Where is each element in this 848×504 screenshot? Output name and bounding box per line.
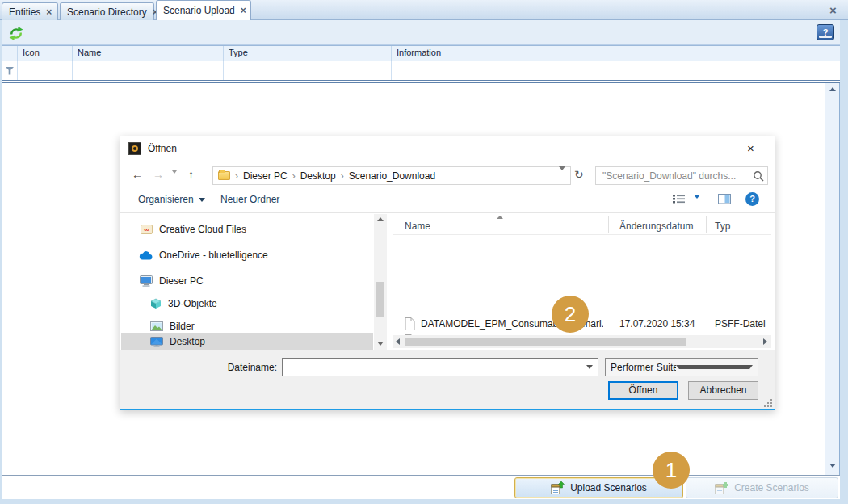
main-vertical-scrollbar[interactable] xyxy=(825,83,840,475)
scroll-up-icon[interactable] xyxy=(829,87,836,91)
filter-cell-information[interactable] xyxy=(392,61,840,80)
create-scenarios-button: Create Scenarios xyxy=(686,477,838,498)
sidebar-item-label: Desktop xyxy=(170,336,205,347)
grid-filter-row xyxy=(2,61,840,80)
dialog-title-bar[interactable]: Öffnen × xyxy=(120,136,775,161)
dialog-footer: Dateiname: Performer Suite File (*.psff)… xyxy=(120,350,775,410)
chevron-down-icon[interactable] xyxy=(586,365,593,369)
3d-cube-icon xyxy=(150,298,162,309)
sidebar-item-label: Creative Cloud Files xyxy=(159,224,246,235)
tab-label: Scenario Upload xyxy=(163,5,235,16)
tab-close-icon[interactable]: × xyxy=(46,7,52,17)
question-glyph: ? xyxy=(823,27,829,37)
nav-history-dropdown-icon[interactable] xyxy=(172,174,177,185)
address-refresh-icon[interactable]: ↻ xyxy=(574,168,584,181)
sort-ascending-icon xyxy=(497,216,503,219)
view-dropdown-icon[interactable] xyxy=(694,199,700,210)
dialog-title: Öffnen xyxy=(148,143,177,154)
tab-scenario-directory[interactable]: Scenario Directory × xyxy=(60,2,154,20)
grid-column-information[interactable]: Information xyxy=(392,46,840,61)
dialog-close-icon[interactable]: × xyxy=(747,141,754,155)
scrollbar-thumb[interactable] xyxy=(376,282,384,317)
filter-cell-icon[interactable] xyxy=(18,61,73,80)
address-dropdown-icon[interactable] xyxy=(559,170,565,182)
tab-scenario-upload[interactable]: Scenario Upload × xyxy=(156,0,251,20)
breadcrumb-dieser-pc[interactable]: Dieser PC xyxy=(243,170,288,182)
sidebar-item-desktop[interactable]: Desktop xyxy=(121,333,373,351)
file-list-horizontal-scrollbar[interactable] xyxy=(393,335,771,348)
scroll-down-icon[interactable] xyxy=(829,464,836,468)
tab-close-icon[interactable]: × xyxy=(241,6,246,15)
cancel-button[interactable]: Abbrechen xyxy=(688,381,758,400)
sidebar-item-creative-cloud-files[interactable]: ∞ Creative Cloud Files xyxy=(121,220,373,238)
file-list-header: Name Änderungsdatum Typ xyxy=(393,214,771,235)
new-folder-button[interactable]: Neuer Ordner xyxy=(220,194,279,205)
command-bar-separator xyxy=(120,212,775,213)
nav-forward-icon: → xyxy=(153,168,164,181)
grid-column-name[interactable]: Name xyxy=(73,46,224,61)
search-icon xyxy=(753,170,764,182)
refresh-button[interactable] xyxy=(7,24,25,42)
sidebar-item-label: Dieser PC xyxy=(159,275,204,287)
tab-label: Scenario Directory xyxy=(67,6,147,18)
nav-up-icon[interactable]: ↑ xyxy=(188,168,194,181)
chevron-right-icon: › xyxy=(292,170,296,182)
filter-cell-name[interactable] xyxy=(73,61,224,80)
question-glyph: ? xyxy=(749,194,755,204)
app-window: Entities × Scenario Directory × Scenario… xyxy=(0,0,848,504)
search-input[interactable] xyxy=(602,170,753,182)
scrollbar-thumb[interactable] xyxy=(405,338,686,346)
preview-pane-button[interactable] xyxy=(718,194,731,207)
chevron-right-icon: › xyxy=(235,170,238,182)
desktop-icon xyxy=(150,337,163,347)
dialog-help-icon[interactable]: ? xyxy=(745,192,759,206)
bottom-action-bar: Upload Scenarios Create Scenarios xyxy=(2,475,840,499)
sidebar-item-onedrive[interactable]: OneDrive - bluetelligence xyxy=(121,246,373,264)
file-type: PSFF-Datei xyxy=(715,318,766,330)
sidebar-item-3d-objekte[interactable]: 3D-Objekte xyxy=(121,295,373,313)
column-date[interactable]: Änderungsdatum xyxy=(619,220,693,232)
grid-header: Icon Name Type Information xyxy=(2,45,840,61)
sidebar-item-dieser-pc[interactable]: Dieser PC xyxy=(121,272,373,290)
sidebar-scrollbar[interactable] xyxy=(374,214,387,350)
filename-combo[interactable] xyxy=(282,358,598,376)
grid-column-icon[interactable]: Icon xyxy=(18,46,73,61)
search-box[interactable] xyxy=(595,166,768,185)
grid-column-type[interactable]: Type xyxy=(224,46,392,61)
column-separator[interactable] xyxy=(706,216,707,233)
filename-input[interactable] xyxy=(283,359,586,376)
column-name[interactable]: Name xyxy=(405,220,430,232)
computer-icon xyxy=(140,275,153,287)
view-list-button[interactable] xyxy=(673,194,686,207)
help-icon[interactable]: ? xyxy=(817,24,834,40)
window-close-icon[interactable]: × xyxy=(829,3,837,17)
column-separator[interactable] xyxy=(608,216,609,233)
tab-label: Entities xyxy=(9,6,40,18)
chevron-right-icon: › xyxy=(341,170,344,182)
main-toolbar: ? xyxy=(2,20,840,45)
filter-row-indicator xyxy=(2,61,18,80)
organize-label: Organisieren xyxy=(138,194,194,205)
open-button[interactable]: Öffnen xyxy=(608,381,678,400)
filetype-select[interactable]: Performer Suite File (*.psff) xyxy=(605,358,758,376)
scroll-up-icon[interactable] xyxy=(377,217,384,221)
open-file-dialog: Öffnen × ← → ↑ › Dieser PC › Desktop › S… xyxy=(120,136,775,410)
nav-back-icon[interactable]: ← xyxy=(132,168,143,181)
chevron-down-icon xyxy=(676,365,753,369)
filter-cell-type[interactable] xyxy=(224,61,392,80)
column-type[interactable]: Typ xyxy=(715,220,730,232)
filter-icon xyxy=(6,67,15,75)
scroll-down-icon[interactable] xyxy=(377,342,384,346)
scroll-left-icon[interactable] xyxy=(396,338,400,345)
breadcrumb-desktop[interactable]: Desktop xyxy=(300,170,336,182)
creative-cloud-icon: ∞ xyxy=(141,225,153,234)
address-bar[interactable]: › Dieser PC › Desktop › Scenario_Downloa… xyxy=(212,166,571,185)
tab-entities[interactable]: Entities × xyxy=(2,2,58,20)
scroll-right-icon[interactable] xyxy=(763,338,767,345)
resize-grip[interactable] xyxy=(764,399,772,407)
organize-menu-button[interactable]: Organisieren xyxy=(138,194,205,205)
tab-bar: Entities × Scenario Directory × Scenario… xyxy=(0,0,848,20)
folder-icon xyxy=(218,171,230,180)
breadcrumb-scenario-download[interactable]: Scenario_Download xyxy=(349,170,435,182)
refresh-icon xyxy=(8,26,24,41)
